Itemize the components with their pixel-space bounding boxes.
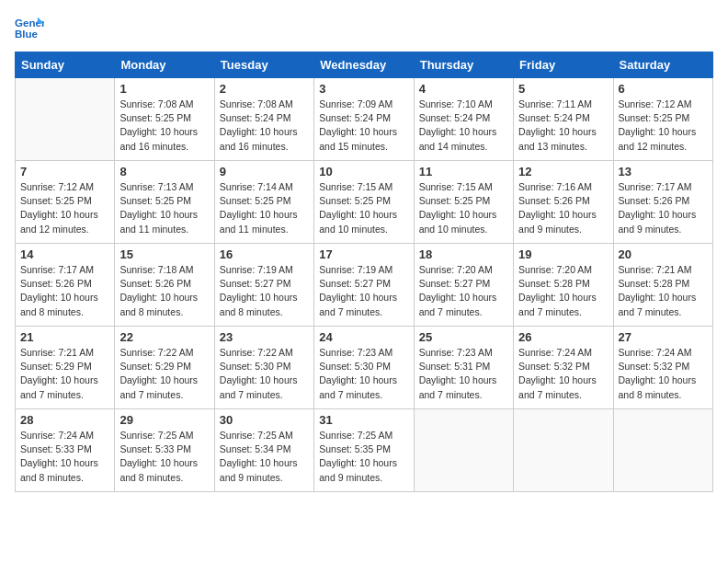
cell-content: Sunrise: 7:09 AM Sunset: 5:24 PM Dayligh… <box>319 98 408 154</box>
calendar-cell: 4 Sunrise: 7:10 AM Sunset: 5:24 PM Dayli… <box>414 78 513 161</box>
calendar-cell: 24 Sunrise: 7:23 AM Sunset: 5:30 PM Dayl… <box>314 327 414 409</box>
sunrise-label: Sunrise: 7:08 AM <box>220 98 293 109</box>
daylight-label: Daylight: 10 hours and 8 minutes. <box>20 292 98 316</box>
calendar-cell: 7 Sunrise: 7:12 AM Sunset: 5:25 PM Dayli… <box>16 161 115 244</box>
weekday-header-saturday: Saturday <box>613 52 712 78</box>
calendar-table: SundayMondayTuesdayWednesdayThursdayFrid… <box>15 52 713 492</box>
sunset-label: Sunset: 5:28 PM <box>619 278 690 289</box>
cell-content: Sunrise: 7:20 AM Sunset: 5:27 PM Dayligh… <box>419 263 508 319</box>
day-number: 9 <box>220 165 309 178</box>
daylight-label: Daylight: 10 hours and 8 minutes. <box>119 292 198 316</box>
cell-content: Sunrise: 7:20 AM Sunset: 5:28 PM Dayligh… <box>518 263 608 319</box>
calendar-cell <box>414 409 513 492</box>
day-number: 10 <box>319 165 408 178</box>
calendar-cell: 14 Sunrise: 7:17 AM Sunset: 5:26 PM Dayl… <box>16 244 115 327</box>
daylight-label: Daylight: 10 hours and 12 minutes. <box>20 209 98 234</box>
calendar-cell: 11 Sunrise: 7:15 AM Sunset: 5:25 PM Dayl… <box>414 161 513 244</box>
calendar-cell: 13 Sunrise: 7:17 AM Sunset: 5:26 PM Dayl… <box>613 161 712 244</box>
day-number: 26 <box>518 330 608 344</box>
calendar-cell: 31 Sunrise: 7:25 AM Sunset: 5:35 PM Dayl… <box>314 409 414 492</box>
sunrise-label: Sunrise: 7:23 AM <box>319 347 392 358</box>
sunset-label: Sunset: 5:35 PM <box>319 443 391 454</box>
cell-content: Sunrise: 7:16 AM Sunset: 5:26 PM Dayligh… <box>518 180 608 236</box>
cell-content: Sunrise: 7:13 AM Sunset: 5:25 PM Dayligh… <box>119 180 209 236</box>
sunrise-label: Sunrise: 7:18 AM <box>119 264 193 275</box>
sunset-label: Sunset: 5:24 PM <box>319 112 391 123</box>
day-number: 27 <box>619 330 708 344</box>
daylight-label: Daylight: 10 hours and 7 minutes. <box>518 374 597 399</box>
daylight-label: Daylight: 10 hours and 16 minutes. <box>220 126 298 151</box>
sunset-label: Sunset: 5:33 PM <box>20 443 92 454</box>
daylight-label: Daylight: 10 hours and 8 minutes. <box>119 457 198 482</box>
day-number: 25 <box>419 330 508 344</box>
cell-content: Sunrise: 7:17 AM Sunset: 5:26 PM Dayligh… <box>619 180 708 236</box>
cell-content: Sunrise: 7:17 AM Sunset: 5:26 PM Dayligh… <box>20 263 109 319</box>
daylight-label: Daylight: 10 hours and 15 minutes. <box>319 126 397 151</box>
cell-content: Sunrise: 7:22 AM Sunset: 5:29 PM Dayligh… <box>119 346 209 402</box>
weekday-header-row: SundayMondayTuesdayWednesdayThursdayFrid… <box>16 52 713 78</box>
sunrise-label: Sunrise: 7:17 AM <box>619 181 692 192</box>
calendar-cell: 3 Sunrise: 7:09 AM Sunset: 5:24 PM Dayli… <box>314 78 414 161</box>
sunset-label: Sunset: 5:32 PM <box>619 361 690 372</box>
svg-text:Blue: Blue <box>15 29 39 40</box>
sunrise-label: Sunrise: 7:14 AM <box>220 181 293 192</box>
cell-content: Sunrise: 7:23 AM Sunset: 5:31 PM Dayligh… <box>419 346 508 402</box>
sunset-label: Sunset: 5:24 PM <box>220 112 291 123</box>
sunrise-label: Sunrise: 7:10 AM <box>419 98 493 109</box>
sunset-label: Sunset: 5:25 PM <box>119 112 191 123</box>
sunrise-label: Sunrise: 7:25 AM <box>220 430 293 441</box>
day-number: 24 <box>319 330 408 344</box>
calendar-cell: 9 Sunrise: 7:14 AM Sunset: 5:25 PM Dayli… <box>214 161 313 244</box>
sunrise-label: Sunrise: 7:19 AM <box>319 264 392 275</box>
daylight-label: Daylight: 10 hours and 8 minutes. <box>619 374 697 399</box>
cell-content: Sunrise: 7:12 AM Sunset: 5:25 PM Dayligh… <box>619 98 708 154</box>
day-number: 19 <box>518 247 608 261</box>
day-number: 5 <box>518 82 608 96</box>
day-number: 31 <box>319 413 408 427</box>
calendar-cell: 20 Sunrise: 7:21 AM Sunset: 5:28 PM Dayl… <box>613 244 712 327</box>
week-row-2: 7 Sunrise: 7:12 AM Sunset: 5:25 PM Dayli… <box>16 161 713 244</box>
daylight-label: Daylight: 10 hours and 16 minutes. <box>119 126 198 151</box>
daylight-label: Daylight: 10 hours and 7 minutes. <box>119 374 198 399</box>
cell-content: Sunrise: 7:24 AM Sunset: 5:32 PM Dayligh… <box>619 346 708 402</box>
calendar-cell <box>514 409 613 492</box>
sunset-label: Sunset: 5:26 PM <box>518 195 590 206</box>
cell-content: Sunrise: 7:08 AM Sunset: 5:25 PM Dayligh… <box>119 98 209 154</box>
sunset-label: Sunset: 5:25 PM <box>619 112 690 123</box>
weekday-header-thursday: Thursday <box>414 52 513 78</box>
sunset-label: Sunset: 5:25 PM <box>119 195 191 206</box>
sunset-label: Sunset: 5:24 PM <box>518 112 590 123</box>
sunrise-label: Sunrise: 7:22 AM <box>119 347 193 358</box>
day-number: 16 <box>220 247 309 261</box>
logo: General Blue <box>15 15 44 40</box>
sunset-label: Sunset: 5:26 PM <box>619 195 690 206</box>
sunrise-label: Sunrise: 7:17 AM <box>20 264 94 275</box>
calendar-cell <box>16 78 115 161</box>
day-number: 15 <box>119 247 209 261</box>
week-row-3: 14 Sunrise: 7:17 AM Sunset: 5:26 PM Dayl… <box>16 244 713 327</box>
calendar-cell: 29 Sunrise: 7:25 AM Sunset: 5:33 PM Dayl… <box>115 409 214 492</box>
day-number: 13 <box>619 165 708 178</box>
calendar-cell: 19 Sunrise: 7:20 AM Sunset: 5:28 PM Dayl… <box>514 244 613 327</box>
sunset-label: Sunset: 5:30 PM <box>220 361 291 372</box>
daylight-label: Daylight: 10 hours and 7 minutes. <box>319 374 397 399</box>
daylight-label: Daylight: 10 hours and 8 minutes. <box>20 457 98 482</box>
sunrise-label: Sunrise: 7:21 AM <box>20 347 94 358</box>
weekday-header-sunday: Sunday <box>16 52 115 78</box>
calendar-cell: 22 Sunrise: 7:22 AM Sunset: 5:29 PM Dayl… <box>115 327 214 409</box>
sunset-label: Sunset: 5:32 PM <box>518 361 590 372</box>
sunrise-label: Sunrise: 7:11 AM <box>518 98 592 109</box>
day-number: 11 <box>419 165 508 178</box>
sunrise-label: Sunrise: 7:16 AM <box>518 181 592 192</box>
daylight-label: Daylight: 10 hours and 11 minutes. <box>119 209 198 234</box>
sunrise-label: Sunrise: 7:12 AM <box>619 98 692 109</box>
sunset-label: Sunset: 5:29 PM <box>20 361 92 372</box>
sunset-label: Sunset: 5:25 PM <box>319 195 391 206</box>
sunrise-label: Sunrise: 7:12 AM <box>20 181 94 192</box>
sunrise-label: Sunrise: 7:19 AM <box>220 264 293 275</box>
day-number: 2 <box>220 82 309 96</box>
sunrise-label: Sunrise: 7:15 AM <box>419 181 493 192</box>
day-number: 30 <box>220 413 309 427</box>
weekday-header-tuesday: Tuesday <box>214 52 313 78</box>
daylight-label: Daylight: 10 hours and 7 minutes. <box>419 292 497 316</box>
